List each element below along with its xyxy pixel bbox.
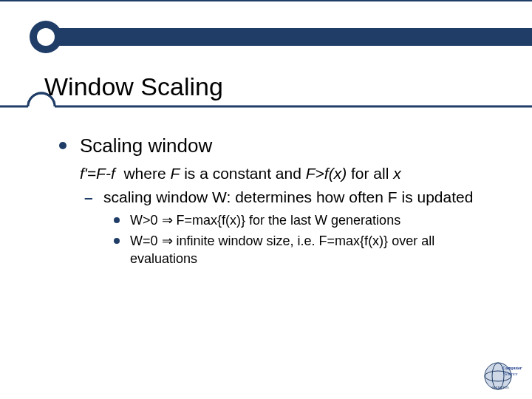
svg-rect-5 [28,104,55,109]
footer-logo: Computer Science MEMPHIS [482,361,523,392]
slide-body: Scaling window f'=F-f where F is a const… [59,133,502,268]
svg-point-2 [30,21,62,53]
svg-rect-1 [46,28,532,46]
svg-text:MEMPHIS: MEMPHIS [492,386,509,389]
svg-rect-4 [0,28,30,46]
bullet-level3: W=0 ⇒ infinite window size, i.e. F=max{f… [59,232,502,268]
bullet-level3: W>0 ⇒ F=max{f(x)} for the last W generat… [59,211,502,229]
svg-point-3 [37,28,55,46]
slide-title: Window Scaling [44,72,223,101]
bullet-level2: scaling window W: determines how often F… [59,187,502,208]
svg-rect-0 [0,0,532,1]
svg-text:Science: Science [504,372,518,376]
bullet-level1: Scaling window [59,133,502,159]
formula-line: f'=F-f where F is a constant and F>f(x) … [59,163,502,184]
svg-text:Computer: Computer [502,366,522,370]
